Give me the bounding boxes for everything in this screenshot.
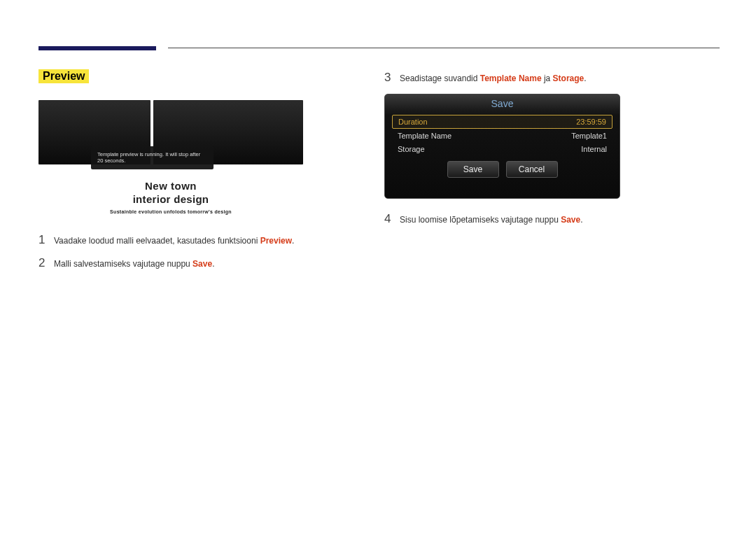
caption-line-2: interior design	[38, 193, 303, 205]
step-text-post: .	[292, 236, 294, 246]
keyword-storage: Storage	[553, 73, 584, 83]
step-number: 1	[38, 233, 54, 247]
keyword-template-name: Template Name	[480, 73, 542, 83]
step-number: 4	[384, 212, 400, 226]
caption-line-3: Sustainble evolution unfolods tomorrw's …	[38, 209, 303, 214]
step-text-pre: Vaadake loodud malli eelvaadet, kasutade…	[54, 236, 260, 246]
save-dialog: Save Duration 23:59:59 Template Name Tem…	[384, 94, 620, 199]
step-text: Seadistage suvandid Template Name ja Sto…	[400, 73, 587, 85]
row-label: Template Name	[398, 132, 451, 140]
step-4: 4 Sisu loomise lõpetamiseks vajutage nup…	[384, 212, 583, 226]
step-text-post: .	[584, 73, 586, 83]
step-2: 2 Malli salvestamiseks vajutage nuppu Sa…	[38, 256, 214, 270]
save-button[interactable]: Save	[447, 161, 499, 178]
dialog-body: Duration 23:59:59 Template Name Template…	[385, 112, 620, 183]
row-label: Storage	[398, 145, 425, 153]
header-rule	[168, 48, 720, 48]
caption-line-1: New town	[38, 180, 303, 192]
row-value: Internal	[581, 145, 607, 153]
step-number: 2	[38, 256, 54, 270]
keyword-save: Save	[192, 259, 212, 269]
dialog-row-storage[interactable]: Storage Internal	[392, 143, 612, 155]
header-accent-bar	[38, 46, 156, 50]
row-label: Duration	[398, 118, 428, 126]
step-text: Sisu loomise lõpetamiseks vajutage nuppu…	[400, 214, 583, 226]
step-text-pre: Malli salvestamiseks vajutage nuppu	[54, 259, 192, 269]
step-text: Vaadake loodud malli eelvaadet, kasutade…	[54, 235, 294, 247]
dialog-row-template-name[interactable]: Template Name Template1	[392, 129, 612, 142]
dialog-row-duration[interactable]: Duration 23:59:59	[392, 115, 612, 129]
section-title-preview: Preview	[38, 69, 89, 83]
row-value: 23:59:59	[576, 118, 606, 126]
dialog-title: Save	[385, 94, 620, 112]
preview-caption: New town interior design Sustainble evol…	[38, 180, 303, 214]
step-1: 1 Vaadake loodud malli eelvaadet, kasuta…	[38, 233, 294, 247]
step-text-pre: Sisu loomise lõpetamiseks vajutage nuppu	[400, 215, 561, 225]
step-3: 3 Seadistage suvandid Template Name ja S…	[384, 71, 587, 85]
step-text: Malli salvestamiseks vajutage nuppu Save…	[54, 258, 214, 270]
preview-toast: Template preview is running. It will sto…	[91, 146, 214, 169]
cancel-button[interactable]: Cancel	[506, 161, 558, 178]
step-text-post: .	[212, 259, 214, 269]
row-value: Template1	[571, 132, 607, 140]
dialog-buttons: Save Cancel	[392, 161, 612, 178]
keyword-preview: Preview	[260, 236, 292, 246]
keyword-save: Save	[561, 215, 580, 225]
step-number: 3	[384, 71, 400, 85]
step-text-pre: Seadistage suvandid	[400, 73, 480, 83]
step-text-post: .	[580, 215, 582, 225]
step-text-mid: ja	[542, 73, 553, 83]
